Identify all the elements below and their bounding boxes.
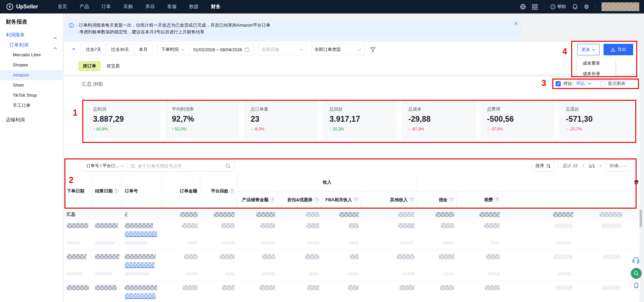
col-order-amount[interactable]: 订单金额 — [162, 174, 200, 209]
export-button[interactable]: 导出 — [604, 44, 633, 55]
tab-by-transaction[interactable]: 按交易 — [105, 62, 121, 70]
phone-icon — [634, 283, 639, 288]
col-fba-income[interactable]: FBA相关收入? — [322, 191, 361, 209]
nav-purchasing[interactable]: 采购 — [123, 4, 133, 10]
globe-icon[interactable] — [520, 4, 526, 10]
search-input[interactable] — [138, 163, 223, 169]
prev-page-icon[interactable] — [582, 164, 585, 168]
preset-last-30-days[interactable]: 过去30天 — [106, 44, 134, 55]
quick-search-button[interactable] — [631, 268, 642, 279]
sidebar-item-order-profit[interactable]: 订单利润 — [0, 40, 62, 50]
table-summary-row: 汇总 — [64, 210, 639, 219]
close-icon[interactable]: ✕ — [514, 20, 518, 27]
collapse-filters-icon[interactable] — [71, 47, 76, 52]
sidebar-item-profit-report[interactable]: 利润报表 — [0, 30, 62, 40]
next-page-icon[interactable] — [599, 164, 602, 168]
table-search-toolbar: 订单号 / 平台订... — [83, 160, 234, 172]
user-avatar-blurred[interactable] — [602, 2, 639, 11]
search-icon[interactable] — [226, 163, 231, 169]
col-order-date[interactable]: 下单日期 — [64, 174, 92, 209]
col-discount-coupon[interactable]: 折扣&优惠券? — [278, 191, 322, 209]
menu-item-cost-supplement[interactable]: 成本补录 — [577, 68, 615, 79]
col-commission[interactable]: 佣金? — [417, 191, 457, 209]
more-button[interactable]: 更多 — [577, 44, 599, 55]
question-icon[interactable]: ? — [354, 198, 358, 202]
nav-orders[interactable]: 订单 — [101, 4, 111, 10]
question-icon[interactable]: ? — [495, 198, 499, 202]
show-chart-checkbox[interactable] — [600, 81, 605, 86]
compare-mode-select[interactable]: 环比 — [576, 81, 585, 87]
order-type-select[interactable]: 全部订单类型 — [311, 44, 365, 55]
group-income: 收入 — [237, 174, 417, 191]
page-title: 财务报表 — [0, 13, 62, 26]
question-icon[interactable]: ? — [314, 198, 319, 202]
search-box — [127, 160, 234, 172]
sidebar-item-manual-orders[interactable]: 手工订单 — [0, 100, 62, 111]
question-icon[interactable]: ? — [449, 198, 454, 202]
blurred-order-link[interactable] — [125, 262, 154, 268]
sidebar-item-tiktok-shop[interactable]: TikTok Shop — [0, 90, 62, 100]
nav-products[interactable]: 产品 — [80, 4, 89, 10]
help-label: 帮助 — [557, 4, 566, 10]
col-product-sales[interactable]: 产品销售金额? — [237, 191, 278, 209]
table-scrollbar[interactable] — [640, 210, 642, 227]
sidebar-item-shopee[interactable]: Shopee — [0, 60, 62, 70]
chevron-down-icon[interactable] — [588, 82, 591, 85]
sidebar-item-store-profit[interactable]: 店铺利润 — [0, 115, 62, 125]
question-icon[interactable]: ? — [114, 189, 119, 193]
nav-service[interactable]: 客服 — [167, 4, 177, 10]
menu-item-cost-recalculate[interactable]: 成本重算 — [577, 58, 615, 68]
page-indicator: 1/1 — [589, 163, 595, 169]
store-select[interactable]: 全部店铺 — [258, 44, 307, 55]
check-icon — [557, 82, 560, 85]
blurred-order-link[interactable] — [125, 293, 156, 299]
compare-checkbox[interactable] — [556, 81, 561, 86]
blurred-value — [436, 212, 454, 217]
upseller-logo-icon — [6, 3, 13, 10]
blurred-value — [479, 212, 500, 217]
nav-home[interactable]: 首页 — [58, 4, 67, 10]
more-dropdown-menu: 成本重算 成本补录 — [577, 58, 615, 79]
sort-button[interactable]: 排序 — [532, 160, 554, 172]
sidebar-item-amazon[interactable]: Amazon — [0, 70, 62, 80]
search-type-select[interactable]: 订单号 / 平台订... — [83, 160, 127, 172]
tab-by-order[interactable]: 按订单 — [79, 61, 100, 71]
table-row — [64, 219, 639, 250]
col-platform-payment[interactable]: 平台回款 ? — [200, 174, 237, 209]
settings-gear-icon[interactable]: ⚙ — [584, 4, 589, 10]
bell-icon[interactable] — [572, 4, 578, 10]
page-size-select[interactable]: 50条... — [606, 160, 630, 172]
date-type-select[interactable]: 下单时间 — [157, 44, 189, 55]
divider — [595, 4, 595, 9]
question-icon[interactable]: ? — [230, 189, 234, 193]
question-icon[interactable]: ? — [409, 198, 414, 202]
col-other-income[interactable]: 其他收入? — [361, 191, 417, 209]
col-hidden — [502, 191, 639, 209]
col-tax[interactable]: 税费? — [457, 191, 502, 209]
nav-data[interactable]: 数据 — [189, 4, 199, 10]
info-banner: · 订单利润报表每天更新一次，仅统计前一天状态为已发货或已完成，并且已结算的Am… — [64, 19, 521, 39]
brand-logo: UpSeller — [6, 3, 38, 10]
col-settle-date[interactable]: 结算日期 ? — [92, 174, 122, 209]
question-icon[interactable]: ? — [270, 198, 275, 202]
nav-finance[interactable]: 财务 — [211, 4, 221, 10]
customer-service-headset-icon[interactable] — [632, 256, 640, 265]
preset-this-month[interactable]: 本月 — [134, 44, 152, 55]
date-range-picker[interactable]: 01/02/2026 ~ 08/04/2026 — [189, 44, 254, 55]
sidebar-item-mercado-libre[interactable]: Mercado Libre — [0, 50, 62, 60]
nav-inventory[interactable]: 库存 — [145, 4, 155, 10]
total-count: 总计 23 — [563, 163, 578, 169]
compare-label: 对比: — [563, 81, 574, 87]
col-order-no[interactable]: 订单号 — [122, 174, 162, 209]
calendar-icon — [245, 47, 250, 52]
view-tabs: 按订单 按交易 — [79, 61, 121, 71]
stat-card-total-payment: 总回款 3.917,17 ↑ 30,3% — [323, 101, 397, 139]
help-button[interactable]: ? 帮助 — [550, 4, 566, 10]
blurred-order-link[interactable] — [125, 231, 157, 237]
preset-last-7-days[interactable]: 过去7天 — [81, 44, 106, 55]
apps-grid-icon[interactable] — [532, 4, 538, 10]
mobile-app-button[interactable] — [632, 281, 641, 290]
sidebar-item-shein[interactable]: Shein — [0, 80, 62, 90]
filter-funnel-icon[interactable] — [370, 47, 376, 52]
stat-card-total-fees: 总费用 -500,56 ↓ -37,9% — [480, 101, 555, 139]
